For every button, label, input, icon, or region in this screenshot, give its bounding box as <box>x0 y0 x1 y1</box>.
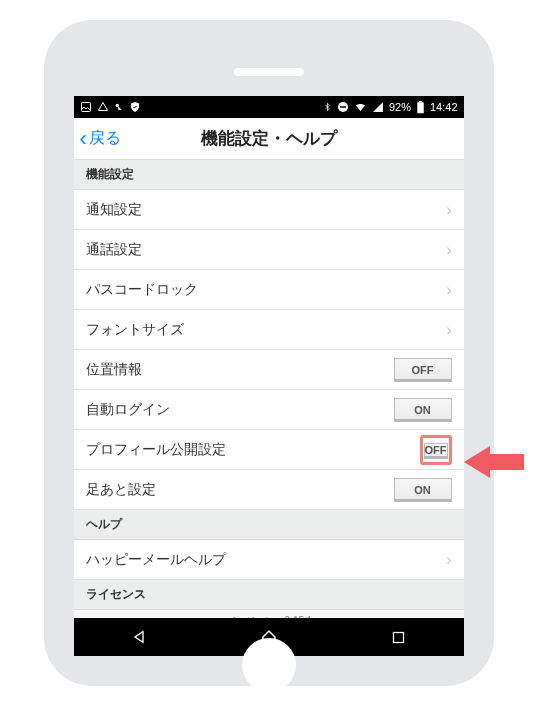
image-icon <box>80 101 92 113</box>
phone-frame: 92% 14:42 ‹ 戻る 機能設定・ヘルプ 機能設定 通知設定 › <box>44 20 494 686</box>
bluetooth-icon <box>323 101 332 113</box>
page-title: 機能設定・ヘルプ <box>74 127 464 150</box>
nav-back-button[interactable] <box>129 627 149 647</box>
svg-rect-4 <box>417 102 424 113</box>
row-notification[interactable]: 通知設定 › <box>74 190 464 230</box>
row-label: 位置情報 <box>86 361 142 379</box>
back-label: 戻る <box>89 128 121 149</box>
row-profile[interactable]: プロフィール公開設定 OFF <box>74 430 464 470</box>
svg-rect-5 <box>419 101 422 102</box>
highlight-box: OFF <box>420 435 452 465</box>
row-label: ハッピーメールヘルプ <box>86 551 226 569</box>
signal-icon <box>372 101 384 113</box>
chevron-right-icon: › <box>446 551 451 569</box>
row-passcode[interactable]: パスコードロック › <box>74 270 464 310</box>
nav-header: ‹ 戻る 機能設定・ヘルプ <box>74 118 464 160</box>
chevron-right-icon: › <box>446 241 451 259</box>
dnd-icon <box>337 101 349 113</box>
row-label: 足あと設定 <box>86 481 156 499</box>
svg-rect-3 <box>340 106 346 108</box>
row-label: フォントサイズ <box>86 321 184 339</box>
clock: 14:42 <box>430 101 458 113</box>
svg-rect-6 <box>394 632 404 642</box>
battery-percent: 92% <box>389 101 411 113</box>
row-location[interactable]: 位置情報 OFF <box>74 350 464 390</box>
svg-marker-7 <box>464 446 524 478</box>
toggle-profile[interactable]: OFF <box>424 443 448 459</box>
section-header-features: 機能設定 <box>74 160 464 190</box>
annotation-arrow-icon <box>464 442 524 482</box>
toggle-autologin[interactable]: ON <box>394 398 452 422</box>
row-call[interactable]: 通話設定 › <box>74 230 464 270</box>
row-autologin[interactable]: 自動ログイン ON <box>74 390 464 430</box>
row-label: 通知設定 <box>86 201 142 219</box>
row-label: 自動ログイン <box>86 401 170 419</box>
phone-speaker <box>234 68 304 76</box>
section-header-help: ヘルプ <box>74 510 464 540</box>
row-footprint[interactable]: 足あと設定 ON <box>74 470 464 510</box>
wifi-icon <box>354 101 367 113</box>
key-icon <box>114 101 124 113</box>
battery-icon <box>416 101 425 114</box>
chevron-right-icon: › <box>446 321 451 339</box>
settings-list: 機能設定 通知設定 › 通話設定 › パスコードロック › フォントサイズ › … <box>74 160 464 618</box>
svg-rect-0 <box>81 103 90 112</box>
row-help[interactable]: ハッピーメールヘルプ › <box>74 540 464 580</box>
status-bar: 92% 14:42 <box>74 96 464 118</box>
section-header-license: ライセンス <box>74 580 464 610</box>
back-button[interactable]: ‹ 戻る <box>74 128 121 150</box>
screen: 92% 14:42 ‹ 戻る 機能設定・ヘルプ 機能設定 通知設定 › <box>74 96 464 656</box>
version-label: バージョン：9.15.1 <box>74 610 464 618</box>
triangle-icon <box>97 101 109 113</box>
shield-icon <box>129 101 141 113</box>
chevron-left-icon: ‹ <box>80 128 87 150</box>
chevron-right-icon: › <box>446 281 451 299</box>
status-right: 92% 14:42 <box>323 101 458 114</box>
row-label: 通話設定 <box>86 241 142 259</box>
nav-recent-button[interactable] <box>389 627 409 647</box>
status-left <box>80 101 141 113</box>
phone-home-button <box>242 638 296 686</box>
row-label: パスコードロック <box>86 281 198 299</box>
toggle-footprint[interactable]: ON <box>394 478 452 502</box>
row-fontsize[interactable]: フォントサイズ › <box>74 310 464 350</box>
toggle-location[interactable]: OFF <box>394 358 452 382</box>
chevron-right-icon: › <box>446 201 451 219</box>
row-label: プロフィール公開設定 <box>86 441 226 459</box>
